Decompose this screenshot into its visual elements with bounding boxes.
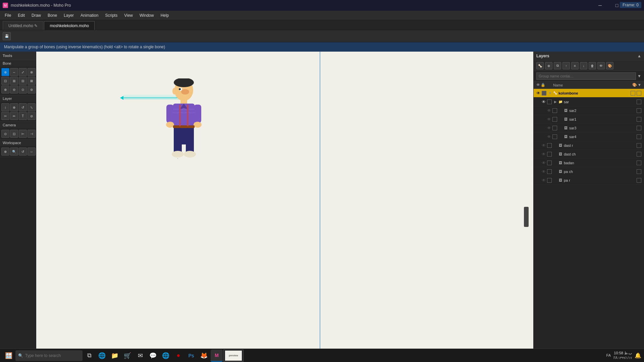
- layer-row-sar2[interactable]: 👁 🖼 sar2: [534, 106, 644, 115]
- layer-tool-8[interactable]: ⊘: [28, 112, 36, 120]
- layer-eye-sar3[interactable]: 👁: [546, 125, 552, 131]
- workspace-tool-1[interactable]: ⊕: [1, 147, 9, 156]
- layer-eye-dast-ch[interactable]: 👁: [540, 151, 547, 158]
- layer-check-dast-r[interactable]: [637, 143, 641, 148]
- layer-tool-7[interactable]: T: [19, 112, 27, 120]
- layer-tool-3[interactable]: ↺: [19, 103, 27, 111]
- bone-tool-11[interactable]: ⊙: [19, 85, 27, 94]
- layer-lock-sar2[interactable]: [552, 108, 557, 113]
- canvas-vscroll-thumb[interactable]: [524, 207, 529, 227]
- layer-check-sar3[interactable]: [637, 126, 641, 130]
- workspace-tool-3[interactable]: ↺: [19, 147, 27, 156]
- layer-lock-sar1[interactable]: [552, 117, 557, 122]
- layer-row-sar1[interactable]: 👁 🖼 sar1: [534, 115, 644, 124]
- taskbar-store[interactable]: 🛒: [121, 350, 133, 362]
- taskbar-firefox[interactable]: 🦊: [198, 350, 210, 362]
- taskbar-photoshop[interactable]: Ps: [185, 350, 197, 362]
- layer-check-sar[interactable]: [637, 100, 641, 104]
- bone-tool-10[interactable]: ⊖: [10, 85, 18, 94]
- layer-lock-sar3[interactable]: [552, 126, 557, 130]
- layer-row-badan[interactable]: 👁 🖼 badan: [534, 159, 644, 167]
- minimize-button[interactable]: ─: [592, 0, 608, 11]
- layer-row-dast-r[interactable]: 👁 🖼 dast r: [534, 141, 644, 150]
- group-filter-input[interactable]: [536, 72, 636, 80]
- layer-row-sar[interactable]: 👁 ▶ 📁 sar: [534, 98, 644, 106]
- layer-eye-pa-ch[interactable]: 👁: [540, 168, 547, 175]
- notification-center[interactable]: 🔔: [635, 352, 641, 359]
- taskbar-moho[interactable]: M: [211, 350, 223, 362]
- canvas-area[interactable]: [36, 52, 533, 362]
- layer-color-kolombone[interactable]: [631, 91, 635, 96]
- bone-tool-6[interactable]: ⊞: [10, 77, 18, 85]
- layer-eye-sar4[interactable]: 👁: [546, 133, 552, 140]
- taskbar-thumbnail[interactable]: preview: [223, 350, 244, 362]
- menu-animation[interactable]: Animation: [77, 12, 102, 19]
- layer-eye-badan[interactable]: 👁: [540, 160, 547, 166]
- layer-row-sar3[interactable]: 👁 🖼 sar3: [534, 124, 644, 132]
- layers-eye[interactable]: 👁: [597, 62, 605, 69]
- layers-delete[interactable]: 🗑: [589, 62, 596, 69]
- layer-tool-6[interactable]: ✏: [10, 112, 18, 120]
- layer-row-dast-ch[interactable]: 👁 🖼 dast ch: [534, 150, 644, 159]
- layer-tool-2[interactable]: ⊕: [10, 103, 18, 111]
- workspace-tool-2[interactable]: 🔍: [10, 147, 18, 156]
- layer-eye-dast-r[interactable]: 👁: [540, 142, 547, 149]
- layers-new-bone[interactable]: 🦴: [536, 62, 544, 69]
- layer-lock-kolombone[interactable]: [542, 91, 546, 96]
- layer-check-badan[interactable]: [637, 161, 641, 165]
- camera-tool-4[interactable]: ⊣: [28, 130, 36, 138]
- bone-tool-9[interactable]: ⊕: [1, 85, 9, 94]
- layer-eye-kolombone[interactable]: 👁: [535, 90, 542, 97]
- layer-tool-5[interactable]: ✂: [1, 112, 9, 120]
- layer-lock-dast-ch[interactable]: [547, 152, 552, 157]
- layers-color[interactable]: 🎨: [606, 62, 613, 69]
- layer-check-pa-ch[interactable]: [637, 169, 641, 174]
- menu-layer[interactable]: Layer: [60, 12, 77, 19]
- layer-check-sar1[interactable]: [637, 117, 641, 122]
- bone-tool-4[interactable]: ⊗: [28, 68, 36, 76]
- layer-lock-pa-ch[interactable]: [547, 169, 552, 174]
- layer-lock-sar4[interactable]: [552, 134, 557, 139]
- layers-move-up[interactable]: ↑: [562, 62, 570, 69]
- layer-eye-pa-r[interactable]: 👁: [540, 177, 547, 184]
- layer-expand-kolombone[interactable]: ▼: [548, 91, 552, 95]
- layer-eye-sar1[interactable]: 👁: [546, 116, 552, 123]
- taskbar-explorer[interactable]: 📁: [109, 350, 121, 362]
- layers-collapse-icon[interactable]: ▲: [637, 54, 641, 58]
- menu-view[interactable]: View: [121, 12, 136, 19]
- taskbar-browser2[interactable]: 🌐: [160, 350, 172, 362]
- layers-move-down[interactable]: ↓: [580, 62, 587, 69]
- layer-tool-4[interactable]: ⤣: [28, 103, 36, 111]
- taskbar-opera[interactable]: ●: [172, 350, 184, 362]
- taskbar-edge[interactable]: 🌐: [96, 350, 108, 362]
- layers-new-layer[interactable]: ⊕: [545, 62, 552, 69]
- taskbar-windows-btn[interactable]: 🪟: [3, 350, 15, 362]
- layer-row-kolombone[interactable]: 👁 ▼ 🦴 kolombone: [534, 89, 644, 98]
- bone-tool-5[interactable]: ⊡: [1, 77, 9, 85]
- layer-lock-dast-r[interactable]: [547, 143, 552, 148]
- layer-row-pa-r[interactable]: 👁 🖼 pa r: [534, 176, 644, 185]
- tab-moshkelekolom[interactable]: moshkelekolom.moho: [44, 21, 95, 30]
- taskbar-search-input[interactable]: [25, 353, 75, 358]
- layers-settings[interactable]: ≡: [571, 62, 579, 69]
- menu-edit[interactable]: Edit: [14, 12, 28, 19]
- bone-tool-12[interactable]: ⊚: [28, 85, 36, 94]
- layer-tool-1[interactable]: ↕: [1, 103, 9, 111]
- layer-check-sar4[interactable]: [637, 134, 641, 139]
- menu-file[interactable]: File: [1, 12, 14, 19]
- layer-expand-sar[interactable]: ▶: [553, 100, 558, 104]
- bone-tool-7[interactable]: ⊟: [19, 77, 27, 85]
- camera-tool-1[interactable]: ⊙: [1, 130, 9, 138]
- menu-help[interactable]: Help: [157, 12, 172, 19]
- menu-bone[interactable]: Bone: [44, 12, 60, 19]
- taskbar-mail[interactable]: ✉: [134, 350, 146, 362]
- layer-eye-sar[interactable]: 👁: [540, 99, 547, 105]
- layer-check-dast-ch[interactable]: [637, 152, 641, 157]
- layer-lock-sar[interactable]: [547, 100, 552, 104]
- layer-check-kolombone[interactable]: [637, 91, 641, 96]
- taskbar-msg[interactable]: 💬: [147, 350, 159, 362]
- tab-untitled[interactable]: Untitled.moho ✎: [3, 21, 43, 30]
- layer-lock-badan[interactable]: [547, 161, 552, 165]
- workspace-tool-4[interactable]: ↔: [28, 147, 36, 156]
- layer-check-sar2[interactable]: [637, 108, 641, 113]
